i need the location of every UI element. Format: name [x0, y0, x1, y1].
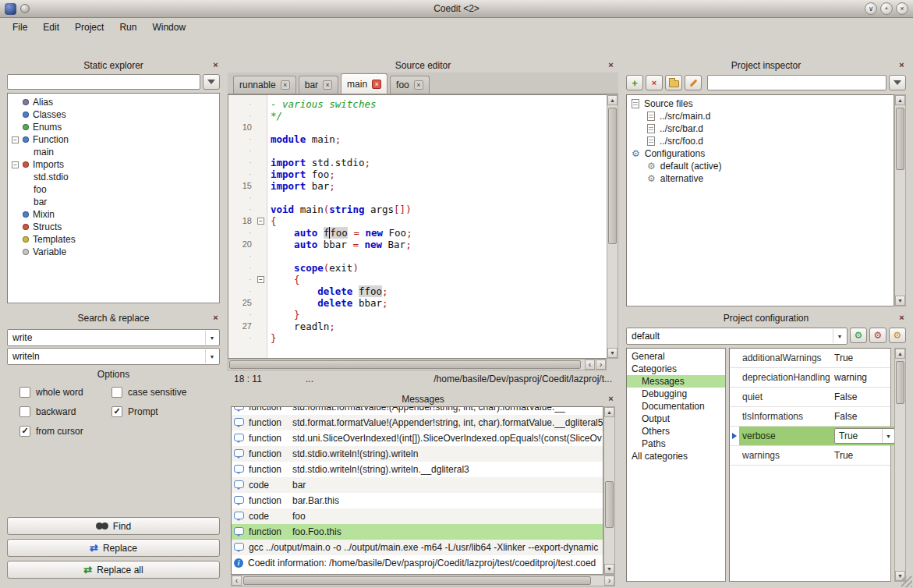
scroll-up-icon[interactable]: ▲: [895, 95, 905, 105]
messages-header[interactable]: Messages ×: [228, 392, 618, 406]
category-messages[interactable]: Messages: [627, 375, 725, 388]
message-item[interactable]: iCoedit information: /home/basile/Dev/pa…: [232, 555, 603, 571]
checkbox-icon[interactable]: [111, 387, 122, 398]
message-item[interactable]: functionstd.uni.SliceOverIndexed!(int[])…: [232, 430, 603, 446]
editor-vscrollbar[interactable]: ▲ ▼: [607, 94, 618, 359]
code-line[interactable]: 27 readln;: [228, 321, 607, 332]
scroll-up-icon[interactable]: ▲: [895, 349, 905, 359]
scrollbar-thumb[interactable]: [896, 108, 904, 170]
project-item-src-foo-d[interactable]: ../src/foo.d: [627, 135, 894, 147]
scrollbar-thumb[interactable]: [608, 108, 617, 244]
editor-hscrollbar[interactable]: ‹ ›: [228, 359, 607, 370]
tree-item-imports[interactable]: −Imports: [8, 158, 219, 171]
scroll-right-icon[interactable]: ›: [604, 576, 614, 586]
property-additionalwarnings[interactable]: additionalWarningsTrue: [730, 349, 890, 368]
close-panel-icon[interactable]: ×: [606, 60, 616, 70]
code-line[interactable]: ·− {: [228, 274, 607, 285]
inspector-vscrollbar[interactable]: ▲ ▼: [894, 94, 906, 306]
checkbox-icon[interactable]: ✓: [111, 406, 122, 417]
pin-icon[interactable]: [20, 4, 30, 13]
category-output[interactable]: Output: [627, 413, 725, 425]
value-dropdown[interactable]: True▼: [834, 428, 895, 444]
code-line[interactable]: · auto ffoo = new Foo;: [228, 227, 607, 239]
tab-close-icon[interactable]: ×: [414, 80, 423, 90]
code-line[interactable]: ·: [228, 192, 607, 204]
add-configuration-button[interactable]: ⚙: [850, 328, 867, 343]
scroll-down-icon[interactable]: ▼: [604, 564, 614, 574]
maximize-button[interactable]: +: [880, 2, 893, 15]
project-item-alternative[interactable]: ⚙alternative: [627, 172, 894, 185]
scrollbar-thumb[interactable]: [605, 481, 614, 528]
button-replace[interactable]: ⇄Replace: [7, 539, 220, 557]
scroll-up-icon[interactable]: ▲: [607, 95, 618, 105]
window-resize-grip[interactable]: [901, 576, 912, 587]
close-window-button[interactable]: ×: [896, 2, 908, 15]
scroll-right-icon[interactable]: ›: [596, 360, 606, 370]
project-item-configurations[interactable]: ⚙Configurations: [627, 147, 894, 160]
inspector-filter-button[interactable]: [889, 75, 906, 90]
code-line[interactable]: 25 delete bbar;: [228, 297, 607, 309]
static-explorer-header[interactable]: Static explorer ×: [4, 58, 223, 73]
replace-term-combobox[interactable]: writeln ▼: [7, 348, 220, 365]
code-view[interactable]: ·- various switches·*/10·module main;··i…: [228, 94, 607, 359]
chevron-down-icon[interactable]: ▼: [205, 349, 218, 363]
close-panel-icon[interactable]: ×: [897, 313, 907, 323]
add-folder-button[interactable]: [665, 75, 682, 90]
code-line[interactable]: ·import foo;: [228, 168, 607, 180]
scroll-up-icon[interactable]: ▲: [604, 407, 614, 417]
message-item[interactable]: gcc ../output/main.o -o ../output/main.e…: [232, 540, 603, 555]
titlebar[interactable]: Coedit <2> ∨ + ×: [0, 0, 913, 18]
project-item-src-main-d[interactable]: ../src/main.d: [627, 110, 894, 122]
category-debugging[interactable]: Debugging: [627, 388, 725, 400]
fold-icon[interactable]: −: [257, 276, 264, 283]
close-panel-icon[interactable]: ×: [897, 60, 907, 70]
option-from-cursor[interactable]: ✓from cursor: [19, 425, 111, 437]
category-categories[interactable]: Categories: [627, 363, 725, 375]
scroll-left-icon[interactable]: ‹: [585, 360, 595, 370]
project-configuration-header[interactable]: Project configuration ×: [623, 311, 909, 325]
tab-main[interactable]: main×: [341, 73, 387, 94]
tree-item-classes[interactable]: Classes: [8, 108, 219, 121]
code-line[interactable]: · scope(exit): [228, 262, 607, 274]
tree-item-mixin[interactable]: Mixin: [8, 208, 219, 221]
menu-edit[interactable]: Edit: [35, 20, 67, 34]
code-line[interactable]: ·}: [228, 332, 607, 344]
option-backward[interactable]: backward: [19, 406, 111, 417]
tree-item-structs[interactable]: Structs: [8, 221, 219, 233]
scroll-down-icon[interactable]: ▼: [895, 296, 905, 306]
tree-item-templates[interactable]: Templates: [8, 233, 219, 246]
clone-configuration-button[interactable]: ⚙: [889, 328, 906, 343]
chevron-down-icon[interactable]: ▼: [205, 331, 218, 345]
source-editor-header[interactable]: Source editor ×: [228, 58, 618, 73]
message-item[interactable]: functionstd.format.formatValue!(Appender…: [232, 406, 603, 415]
checkbox-icon[interactable]: ✓: [19, 426, 30, 437]
messages-hscrollbar[interactable]: ‹ ›: [231, 575, 615, 586]
code-line[interactable]: 20 auto bbar = new Bar;: [228, 239, 607, 250]
tab-close-icon[interactable]: ×: [323, 80, 332, 90]
scrollbar-thumb[interactable]: [229, 360, 581, 369]
tree-item-alias[interactable]: Alias: [8, 96, 219, 108]
code-line[interactable]: · }: [228, 309, 607, 321]
add-source-button[interactable]: +: [626, 75, 643, 90]
menu-run[interactable]: Run: [111, 20, 144, 34]
message-item[interactable]: codefoo: [232, 508, 603, 524]
close-panel-icon[interactable]: ×: [606, 394, 616, 404]
tree-item-function[interactable]: −Function: [8, 133, 219, 146]
scroll-left-icon[interactable]: ‹: [232, 576, 242, 586]
code-line[interactable]: ·*/: [228, 110, 607, 122]
project-item-default-active[interactable]: ⚙default (active): [627, 160, 894, 172]
tab-foo[interactable]: foo×: [390, 76, 430, 94]
inspector-filter-input[interactable]: [707, 75, 886, 90]
category-documentation[interactable]: Documentation: [627, 400, 725, 413]
project-inspector-header[interactable]: Project inspector ×: [623, 58, 909, 73]
symbol-filter-input[interactable]: [7, 74, 200, 90]
fold-icon[interactable]: −: [257, 218, 264, 225]
scrollbar-thumb[interactable]: [896, 361, 904, 404]
tools-button[interactable]: [685, 75, 702, 90]
collapse-icon[interactable]: −: [12, 161, 19, 168]
property-verbose[interactable]: verboseTrue▼: [730, 427, 890, 446]
chevron-down-icon[interactable]: ▼: [833, 329, 846, 343]
menu-file[interactable]: File: [5, 20, 35, 34]
code-line[interactable]: 10: [228, 122, 607, 133]
code-line[interactable]: ·void main(string args[]): [228, 204, 607, 215]
